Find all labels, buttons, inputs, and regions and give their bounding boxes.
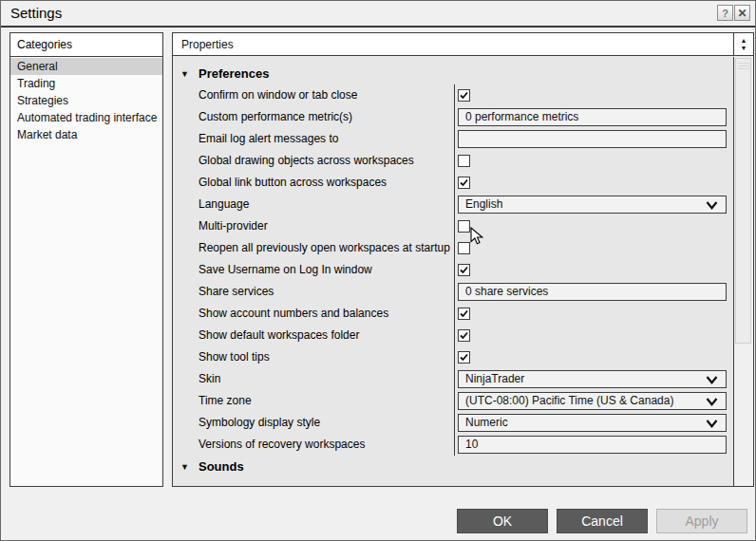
- dropdown-value: NinjaTrader: [465, 372, 524, 385]
- category-item-general[interactable]: General: [10, 58, 162, 75]
- property-label: Show account numbers and balances: [198, 303, 388, 325]
- property-row: Share services0 share services: [173, 281, 733, 303]
- property-control: NinjaTrader: [458, 368, 727, 390]
- section-label: Preferences: [198, 66, 269, 81]
- checkbox[interactable]: [458, 329, 470, 342]
- scrollbar-track[interactable]: [734, 57, 753, 486]
- property-control: 10: [458, 434, 727, 456]
- property-row: Save Username on Log In window: [173, 259, 733, 281]
- collapse-arrow-icon: ▼: [180, 69, 190, 79]
- property-row: Reopen all previously open workspaces at…: [173, 237, 733, 259]
- text-input[interactable]: 0 share services: [458, 283, 727, 301]
- property-label: Show default workspaces folder: [198, 325, 359, 346]
- property-label: Share services: [198, 281, 274, 303]
- dropdown-value: English: [465, 197, 502, 211]
- categories-panel: Categories GeneralTradingStrategiesAutom…: [9, 32, 163, 487]
- property-row: Global drawing objects across workspaces: [173, 150, 733, 172]
- property-label: Skin: [198, 368, 220, 390]
- property-label: Reopen all previously open workspaces at…: [198, 237, 450, 259]
- checkbox[interactable]: [458, 308, 470, 320]
- category-item-market-data[interactable]: Market data: [10, 126, 162, 143]
- property-control: 0 share services: [458, 281, 727, 303]
- property-label: Email log alert messages to: [198, 128, 338, 150]
- scrollbar-grip-icon: [738, 63, 749, 69]
- property-control: [458, 259, 470, 281]
- property-row: Show account numbers and balances: [173, 303, 733, 325]
- section-label: Sounds: [198, 459, 244, 474]
- dropdown[interactable]: Numeric: [458, 414, 727, 432]
- properties-body: ▼PreferencesConfirm on window or tab clo…: [173, 57, 734, 486]
- property-row: Time zone(UTC-08:00) Pacific Time (US & …: [173, 390, 733, 412]
- scrollbar-thumb[interactable]: [735, 58, 751, 344]
- property-control: [458, 303, 470, 325]
- categories-header: Categories: [10, 33, 162, 57]
- property-row: LanguageEnglish: [173, 194, 733, 215]
- property-control: Numeric: [458, 412, 727, 434]
- dropdown[interactable]: English: [458, 196, 727, 214]
- property-label: Confirm on window or tab close: [198, 84, 357, 106]
- property-label: Show tool tips: [198, 346, 270, 368]
- property-control: [458, 237, 470, 259]
- section-header-preferences[interactable]: ▼Preferences: [173, 63, 733, 84]
- close-button[interactable]: ✕: [734, 5, 750, 21]
- property-label: Symbology display style: [198, 412, 320, 434]
- chevron-down-icon: [706, 398, 718, 406]
- checkbox[interactable]: [458, 264, 470, 276]
- property-label: Save Username on Log In window: [198, 259, 372, 281]
- checkbox[interactable]: [458, 220, 470, 233]
- property-row: Custom performance metric(s)0 performanc…: [173, 106, 733, 128]
- checkbox[interactable]: [458, 177, 470, 189]
- property-control: [458, 150, 470, 172]
- dropdown[interactable]: (UTC-08:00) Pacific Time (US & Canada): [458, 392, 727, 410]
- section-header-sounds[interactable]: ▼Sounds: [173, 456, 733, 477]
- property-control: [458, 172, 470, 194]
- category-item-strategies[interactable]: Strategies: [10, 92, 162, 109]
- chevron-down-icon: [706, 376, 718, 384]
- scroll-down-icon[interactable]: ▼: [741, 45, 747, 52]
- property-row: SkinNinjaTrader: [173, 368, 733, 390]
- checkbox[interactable]: [458, 242, 470, 254]
- property-control: 0 performance metrics: [458, 106, 727, 128]
- property-control: (UTC-08:00) Pacific Time (US & Canada): [458, 390, 727, 412]
- help-button[interactable]: ?: [717, 5, 733, 21]
- chevron-down-icon: [706, 201, 718, 210]
- property-row: Confirm on window or tab close: [173, 84, 733, 106]
- property-label: Custom performance metric(s): [198, 106, 352, 128]
- dropdown-value: (UTC-08:00) Pacific Time (US & Canada): [465, 394, 673, 407]
- help-icon: ?: [722, 8, 728, 19]
- text-input[interactable]: 10: [458, 436, 727, 454]
- property-row: Multi-provider: [173, 215, 733, 237]
- property-control: English: [458, 194, 727, 215]
- ok-button[interactable]: OK: [457, 509, 548, 533]
- dropdown[interactable]: NinjaTrader: [458, 370, 727, 388]
- text-input[interactable]: 0 performance metrics: [458, 108, 727, 126]
- checkbox[interactable]: [458, 89, 470, 102]
- properties-panel: Properties ▲ ▼ ▼PreferencesConfirm on wi…: [172, 32, 754, 487]
- title-bar: Settings ? ✕: [1, 1, 755, 26]
- apply-button[interactable]: Apply: [656, 509, 747, 533]
- property-row: Global link button across workspaces: [173, 172, 733, 194]
- category-item-automated-trading-interface[interactable]: Automated trading interface: [10, 109, 162, 126]
- window-title: Settings: [10, 5, 62, 21]
- property-row: Versions of recovery workspaces10: [173, 434, 733, 456]
- property-row: Show default workspaces folder: [173, 325, 733, 346]
- property-label: Multi-provider: [198, 215, 268, 237]
- checkbox[interactable]: [458, 351, 470, 364]
- property-control: [458, 128, 727, 150]
- category-item-trading[interactable]: Trading: [10, 75, 162, 92]
- collapse-arrow-icon: ▼: [180, 462, 190, 472]
- title-separator: [1, 26, 756, 28]
- property-row: Email log alert messages to: [173, 128, 733, 150]
- properties-header: Properties: [173, 33, 734, 56]
- property-label: Global drawing objects across workspaces: [198, 150, 414, 172]
- checkbox[interactable]: [458, 155, 470, 167]
- cancel-button[interactable]: Cancel: [557, 509, 648, 533]
- dropdown-value: Numeric: [465, 416, 508, 429]
- property-control: [458, 325, 470, 346]
- scroll-up-icon[interactable]: ▲: [741, 37, 747, 45]
- chevron-down-icon: [706, 420, 718, 428]
- scroll-spinner[interactable]: ▲ ▼: [734, 33, 753, 56]
- property-label: Time zone: [198, 390, 252, 412]
- text-input[interactable]: [458, 130, 727, 148]
- property-label: Global link button across workspaces: [198, 172, 387, 194]
